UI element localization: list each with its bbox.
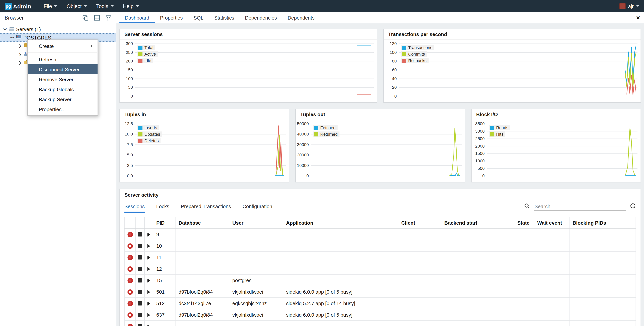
terminate-cell[interactable]	[135, 263, 144, 275]
chevron-expanded-icon[interactable]: ❯	[10, 36, 14, 39]
terminate-cell[interactable]	[135, 275, 144, 286]
terminate-session-icon[interactable]	[138, 290, 142, 294]
cancel-session-icon[interactable]: ✕	[127, 266, 133, 272]
header-wait-event[interactable]: Wait event	[534, 217, 569, 229]
terminate-cell[interactable]	[135, 252, 144, 263]
expand-row-icon[interactable]	[148, 255, 150, 259]
expand-cell[interactable]	[144, 286, 153, 298]
terminate-session-icon[interactable]	[138, 267, 142, 271]
tab-dashboard[interactable]: Dashboard	[120, 12, 154, 23]
tab-properties[interactable]: Properties	[154, 12, 188, 23]
terminate-session-icon[interactable]	[138, 255, 142, 260]
cancel-cell[interactable]: ✕	[124, 286, 135, 298]
chevron-collapsed-icon[interactable]: ❯	[18, 61, 22, 65]
cancel-session-icon[interactable]: ✕	[127, 312, 133, 318]
cancel-session-icon[interactable]: ✕	[127, 255, 133, 260]
chevron-expanded-icon[interactable]: ❯	[3, 27, 7, 31]
tab-dependents[interactable]: Dependents	[282, 12, 320, 23]
terminate-cell[interactable]	[135, 229, 144, 240]
context-menu-disconnect-server[interactable]: Disconnect Server	[28, 64, 98, 74]
expand-row-icon[interactable]	[148, 290, 150, 294]
context-menu-create[interactable]: Create	[28, 41, 98, 51]
cancel-cell[interactable]: ✕	[124, 240, 135, 252]
context-menu-backup-server[interactable]: Backup Server...	[28, 94, 98, 104]
expand-cell[interactable]	[144, 263, 153, 275]
context-menu-properties[interactable]: Properties...	[28, 104, 98, 114]
layers-icon[interactable]	[82, 15, 88, 20]
header-blocking-pids[interactable]: Blocking PIDs	[569, 217, 636, 229]
expand-row-icon[interactable]	[148, 325, 150, 326]
expand-cell[interactable]	[144, 321, 153, 326]
cancel-session-icon[interactable]: ✕	[127, 289, 133, 295]
cancel-session-icon[interactable]: ✕	[127, 278, 133, 283]
menu-tools[interactable]: Tools	[92, 0, 118, 12]
context-menu-backup-globals[interactable]: Backup Globals...	[28, 84, 98, 94]
expand-cell[interactable]	[144, 229, 153, 240]
cancel-cell[interactable]: ✕	[124, 263, 135, 275]
cancel-cell[interactable]: ✕	[124, 252, 135, 263]
grid-icon[interactable]	[94, 15, 100, 20]
header-state[interactable]: State	[514, 217, 534, 229]
expand-cell[interactable]	[144, 252, 153, 263]
header-user[interactable]: User	[229, 217, 283, 229]
legend-entry: Fetched	[313, 125, 338, 130]
expand-cell[interactable]	[144, 309, 153, 321]
header-database[interactable]: Database	[175, 217, 229, 229]
user-menu[interactable]: ajr	[619, 3, 640, 9]
close-icon[interactable]: ✕	[632, 15, 644, 20]
menu-object[interactable]: Object	[62, 0, 92, 12]
menu-help[interactable]: Help	[118, 0, 144, 12]
header-client[interactable]: Client	[398, 217, 441, 229]
cancel-session-icon[interactable]: ✕	[127, 232, 133, 237]
terminate-session-icon[interactable]	[138, 232, 142, 236]
expand-row-icon[interactable]	[148, 302, 150, 305]
expand-cell[interactable]	[144, 298, 153, 309]
expand-row-icon[interactable]	[148, 313, 150, 317]
cancel-cell[interactable]: ✕	[124, 321, 135, 326]
cancel-cell[interactable]: ✕	[124, 229, 135, 240]
expand-row-icon[interactable]	[148, 279, 150, 282]
terminate-session-icon[interactable]	[138, 278, 142, 283]
cancel-session-icon[interactable]: ✕	[127, 301, 133, 306]
expand-row-icon[interactable]	[148, 232, 150, 236]
terminate-session-icon[interactable]	[138, 324, 142, 326]
cancel-cell[interactable]: ✕	[124, 275, 135, 286]
cancel-session-icon[interactable]: ✕	[127, 243, 133, 249]
refresh-icon[interactable]	[630, 203, 636, 210]
tab-sessions[interactable]: Sessions	[124, 200, 145, 213]
search-input[interactable]	[534, 202, 626, 211]
header-pid[interactable]: PID	[153, 217, 175, 229]
tab-locks[interactable]: Locks	[156, 200, 169, 213]
cancel-session-icon[interactable]: ✕	[127, 324, 133, 326]
expand-cell[interactable]	[144, 240, 153, 252]
terminate-session-icon[interactable]	[138, 301, 142, 306]
terminate-cell[interactable]	[135, 240, 144, 252]
tab-statistics[interactable]: Statistics	[209, 12, 240, 23]
chevron-collapsed-icon[interactable]: ❯	[18, 52, 22, 56]
terminate-cell[interactable]	[135, 298, 144, 309]
tab-prepared-transactions[interactable]: Prepared Transactions	[181, 200, 231, 213]
terminate-cell[interactable]	[135, 321, 144, 326]
chevron-collapsed-icon[interactable]: ❯	[18, 44, 22, 48]
cancel-cell[interactable]: ✕	[124, 298, 135, 309]
tab-dependencies[interactable]: Dependencies	[240, 12, 282, 23]
context-menu-remove-server[interactable]: Remove Server	[28, 74, 98, 84]
expand-row-icon[interactable]	[148, 267, 150, 271]
terminate-session-icon[interactable]	[138, 313, 142, 317]
header-backend-start[interactable]: Backend start	[441, 217, 514, 229]
context-menu-refresh[interactable]: Refresh...	[28, 54, 98, 64]
server-context-menu: Create Refresh... Disconnect Server Remo…	[27, 39, 98, 116]
tree-item-servers[interactable]: ❯ Servers (1)	[0, 25, 116, 33]
expand-row-icon[interactable]	[148, 244, 150, 248]
terminate-session-icon[interactable]	[138, 244, 142, 248]
menu-file[interactable]: File	[39, 0, 62, 12]
cancel-cell[interactable]: ✕	[124, 309, 135, 321]
header-application[interactable]: Application	[283, 217, 398, 229]
tab-configuration[interactable]: Configuration	[242, 200, 272, 213]
cell-pid: 10	[153, 240, 175, 252]
expand-cell[interactable]	[144, 275, 153, 286]
terminate-cell[interactable]	[135, 286, 144, 298]
tab-sql[interactable]: SQL	[188, 12, 209, 23]
terminate-cell[interactable]	[135, 309, 144, 321]
filter-icon[interactable]	[106, 15, 111, 20]
